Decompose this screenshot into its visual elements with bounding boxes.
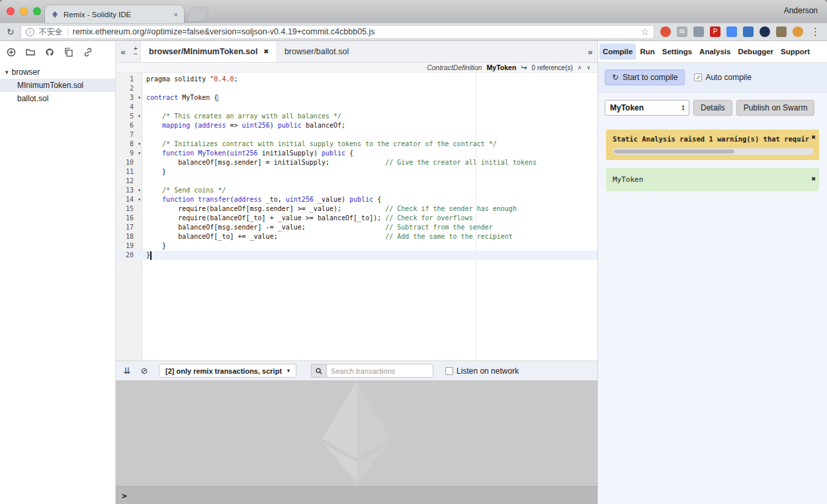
editor-tab[interactable]: browser/ballot.sol [277, 41, 357, 62]
line-number[interactable]: 6 [116, 121, 142, 130]
connect-localhost-icon[interactable] [83, 47, 93, 58]
contract-select[interactable]: MyToken ▴▾ [605, 100, 689, 116]
copy-files-icon[interactable] [64, 47, 74, 58]
extension-brown-icon[interactable] [776, 26, 787, 37]
security-info-icon[interactable]: i [26, 28, 34, 36]
extension-translate-icon[interactable] [726, 26, 737, 37]
fold-icon[interactable]: ▾ [138, 186, 141, 195]
auto-compile-checkbox[interactable]: ✓ [694, 73, 702, 81]
line-number[interactable]: 11 [116, 167, 142, 177]
close-warning-icon[interactable]: ✖ [811, 133, 816, 142]
tree-root-browser[interactable]: ▾ browser [0, 65, 115, 79]
terminal-output[interactable] [116, 380, 597, 486]
code-line-3[interactable]: 3▾contract MyToken { [116, 93, 597, 103]
close-tab-icon[interactable]: × [174, 11, 178, 19]
line-number[interactable]: 3▾ [116, 93, 142, 103]
start-compile-button[interactable]: ↻ Start to compile [605, 69, 685, 85]
line-number[interactable]: 20 [116, 251, 142, 260]
warning-scrollbar[interactable] [613, 148, 814, 155]
bookmark-star-icon[interactable]: ☆ [640, 26, 649, 37]
fold-icon[interactable]: ▾ [138, 149, 141, 158]
fold-icon[interactable]: ▾ [138, 195, 141, 204]
line-number[interactable]: 13▾ [116, 186, 142, 195]
code-line-19[interactable]: 19 } [116, 241, 597, 251]
details-button[interactable]: Details [693, 100, 732, 116]
line-number[interactable]: 18 [116, 232, 142, 241]
new-file-icon[interactable] [6, 47, 17, 58]
transactions-filter-dropdown[interactable]: [2] only remix transactions, script ▾ [159, 364, 296, 378]
github-gist-icon[interactable] [44, 47, 55, 58]
reload-icon[interactable]: ↻ [7, 26, 15, 37]
terminal-prompt[interactable]: > [116, 486, 597, 504]
panel-tab-compile[interactable]: Compile [599, 44, 636, 60]
code-line-2[interactable]: 2 [116, 84, 597, 93]
publish-swarm-button[interactable]: Publish on Swarm [736, 100, 815, 116]
open-folder-icon[interactable] [25, 47, 36, 58]
code-line-13[interactable]: 13▾ /* Send coins */ [116, 186, 597, 195]
fold-icon[interactable]: ▾ [138, 112, 141, 121]
code-line-12[interactable]: 12 [116, 177, 597, 186]
line-number[interactable]: 9▾ [116, 149, 142, 158]
extension-mail-icon[interactable]: ✉ [677, 26, 687, 37]
panel-tab-settings[interactable]: Settings [659, 44, 695, 60]
line-number[interactable]: 14▾ [116, 195, 142, 204]
extension-orange-icon[interactable] [793, 26, 803, 37]
panel-tab-support[interactable]: Support [777, 44, 813, 60]
code-editor[interactable]: 1pragma solidity ^0.4.0;23▾contract MyTo… [116, 73, 597, 360]
code-line-9[interactable]: 9▾ function MyToken(uint256 initialSuppl… [116, 149, 597, 158]
panel-tab-analysis[interactable]: Analysis [696, 44, 734, 60]
line-number[interactable]: 4 [116, 103, 142, 112]
extension-p-icon[interactable]: P [710, 26, 720, 37]
search-transactions-input[interactable] [326, 364, 433, 378]
line-number[interactable]: 19 [116, 241, 142, 251]
extension-clock-icon[interactable] [760, 26, 770, 37]
code-line-10[interactable]: 10 balanceOf[msg.sender] = initialSupply… [116, 158, 597, 167]
code-line-7[interactable]: 7 [116, 130, 597, 140]
line-number[interactable]: 2 [116, 84, 142, 93]
line-number[interactable]: 10 [116, 158, 142, 167]
close-icon[interactable]: ✖ [263, 48, 269, 55]
fold-icon[interactable]: ▾ [138, 93, 141, 103]
prev-usage-icon[interactable]: ∧ [578, 64, 582, 71]
line-number[interactable]: 1 [116, 75, 142, 84]
line-number[interactable]: 16 [116, 214, 142, 223]
line-number[interactable]: 12 [116, 177, 142, 186]
panel-tab-debugger[interactable]: Debugger [734, 44, 777, 60]
panel-tab-run[interactable]: Run [636, 44, 658, 60]
jump-to-icon[interactable]: ↪ [521, 63, 527, 72]
line-number[interactable]: 5▾ [116, 112, 142, 121]
code-line-11[interactable]: 11 } [116, 167, 597, 177]
tabs-scroll-left-icon[interactable]: « [116, 41, 130, 62]
code-line-1[interactable]: 1pragma solidity ^0.4.0; [116, 75, 597, 84]
extension-red-circle-icon[interactable] [660, 26, 671, 37]
line-number[interactable]: 17 [116, 223, 142, 232]
profile-name[interactable]: Anderson [784, 6, 818, 15]
panel-collapse-icon[interactable]: » [583, 41, 597, 62]
line-number[interactable]: 15 [116, 204, 142, 214]
minimize-window-button[interactable] [20, 7, 28, 15]
search-icon[interactable] [311, 364, 326, 378]
code-line-17[interactable]: 17 balanceOf[msg.sender] -= _value; // S… [116, 223, 597, 232]
code-line-8[interactable]: 8▾ /* Initializes contract with initial … [116, 140, 597, 149]
zoom-out-icon[interactable]: − [134, 52, 138, 57]
code-line-4[interactable]: 4 [116, 103, 597, 112]
close-badge-icon[interactable]: ✖ [811, 175, 816, 183]
extension-gray-icon[interactable] [693, 26, 704, 37]
file-item[interactable]: ballot.sol [0, 92, 115, 105]
code-line-15[interactable]: 15 require(balanceOf[msg.sender] >= _val… [116, 204, 597, 214]
terminal-clear-icon[interactable]: ⊘ [139, 366, 150, 376]
browser-tab[interactable]: Remix - Solidity IDE × [45, 5, 184, 23]
code-line-16[interactable]: 16 require(balanceOf[_to] + _value >= ba… [116, 214, 597, 223]
code-line-18[interactable]: 18 balanceOf[_to] += _value; // Add the … [116, 232, 597, 241]
fold-icon[interactable]: ▾ [138, 140, 141, 149]
editor-tab[interactable]: browser/MInimumToken.sol✖ [141, 41, 277, 62]
line-number[interactable]: 8▾ [116, 140, 142, 149]
file-item[interactable]: MInimumToken.sol [0, 79, 115, 92]
maximize-window-button[interactable] [33, 7, 41, 15]
url-box[interactable]: i 不安全 remix.ethereum.org/#optimize=false… [21, 25, 654, 39]
browser-menu-icon[interactable]: ⋮ [810, 26, 820, 38]
listen-checkbox[interactable] [445, 367, 453, 375]
next-usage-icon[interactable]: ∨ [586, 64, 591, 71]
line-number[interactable]: 7 [116, 130, 142, 140]
new-tab-button[interactable] [187, 7, 209, 21]
